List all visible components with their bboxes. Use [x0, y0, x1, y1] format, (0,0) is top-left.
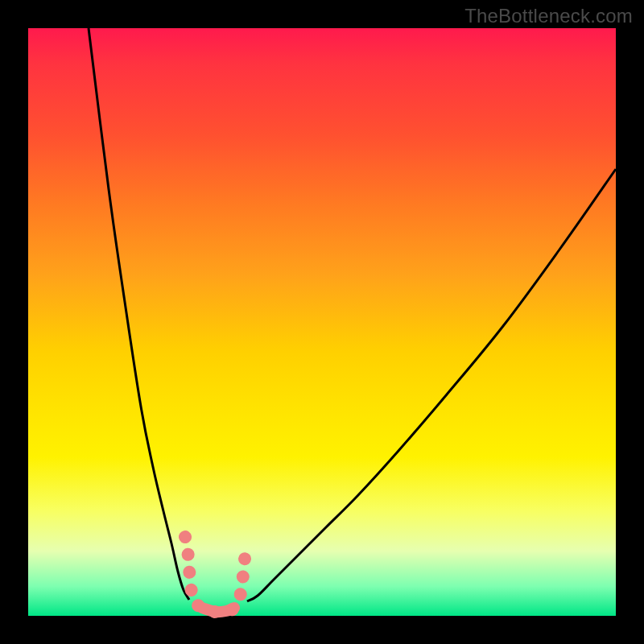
valley-dot-strip: [185, 537, 247, 612]
curve-left-branch: [89, 28, 189, 600]
chart-plot-area: [28, 28, 616, 616]
outer-frame: TheBottleneck.com: [0, 0, 644, 644]
valley-connector: [202, 608, 234, 612]
chart-svg: [28, 28, 616, 616]
curve-right-branch: [247, 169, 616, 601]
watermark-text: TheBottleneck.com: [464, 5, 633, 27]
